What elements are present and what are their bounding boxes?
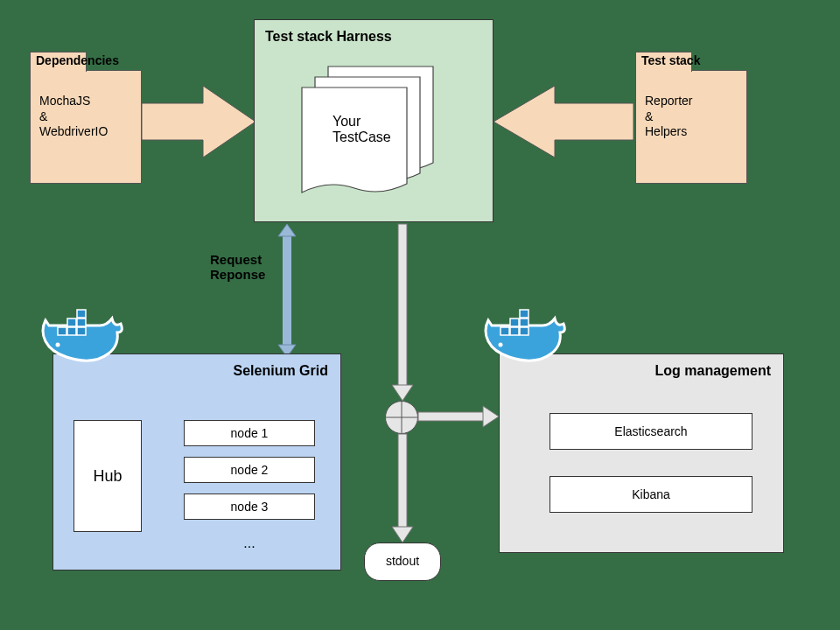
- svg-marker-8: [392, 527, 413, 542]
- stdout-label: stdout: [386, 554, 419, 568]
- svg-rect-15: [77, 318, 86, 326]
- dependencies-amp: &: [39, 109, 132, 125]
- svg-rect-20: [520, 327, 528, 335]
- dependencies-line1: MochaJS: [39, 94, 132, 109]
- svg-marker-1: [494, 86, 634, 158]
- svg-rect-13: [77, 327, 86, 335]
- selenium-nodes-more: ...: [184, 536, 315, 551]
- request-response-label: Request Reponse: [210, 252, 265, 282]
- kibana-label: Kibana: [632, 487, 670, 501]
- arrow-dependencies-to-harness: [142, 86, 256, 158]
- dependencies-box: Dependencies MochaJS & WebdriverIO: [30, 70, 142, 184]
- arrow-merge-to-stdout: [392, 434, 413, 542]
- testcase-line2: TestCase: [332, 130, 391, 145]
- svg-rect-12: [67, 327, 76, 335]
- docker-icon: [40, 315, 121, 371]
- teststack-box: Test stack Reporter & Helpers: [635, 70, 747, 184]
- svg-marker-6: [392, 385, 413, 401]
- svg-marker-3: [278, 224, 296, 236]
- teststack-title: Test stack: [641, 53, 700, 67]
- dependencies-line2: WebdriverIO: [39, 124, 132, 140]
- svg-marker-0: [142, 86, 256, 158]
- selenium-node-2-label: node 2: [231, 463, 269, 477]
- elasticsearch-label: Elasticsearch: [614, 424, 687, 438]
- diagram-stage: Dependencies MochaJS & WebdriverIO Test …: [0, 0, 840, 630]
- selenium-node-3-label: node 3: [231, 500, 269, 514]
- selenium-node-1: node 1: [184, 420, 315, 446]
- svg-rect-5: [398, 224, 407, 387]
- rr-line2: Reponse: [210, 267, 265, 282]
- arrow-teststack-to-harness: [494, 86, 634, 158]
- teststack-line1: Reporter: [645, 94, 738, 109]
- harness-title: Test stack Harness: [265, 29, 482, 45]
- kibana-box: Kibana: [550, 476, 752, 513]
- svg-point-24: [499, 343, 503, 347]
- testcase-label: Your TestCase: [332, 114, 391, 145]
- dependencies-title: Dependencies: [36, 53, 119, 67]
- docker-icon: [483, 315, 564, 371]
- testcase-line1: Your: [332, 114, 391, 130]
- svg-rect-16: [77, 310, 86, 318]
- svg-rect-11: [58, 327, 66, 335]
- svg-rect-22: [520, 318, 528, 326]
- selenium-hub-box: Hub: [74, 420, 142, 532]
- svg-rect-18: [500, 327, 509, 335]
- selenium-node-2: node 2: [184, 457, 315, 483]
- svg-rect-9: [418, 412, 485, 421]
- svg-rect-21: [510, 318, 519, 326]
- stdout-box: stdout: [364, 542, 441, 581]
- arrow-request-response: [276, 224, 298, 357]
- svg-point-17: [56, 343, 60, 347]
- svg-rect-23: [520, 310, 528, 318]
- selenium-node-3: node 3: [184, 494, 315, 520]
- merge-junction-icon: [385, 401, 418, 434]
- arrow-merge-to-log: [418, 406, 499, 427]
- selenium-node-1-label: node 1: [231, 426, 269, 440]
- svg-rect-7: [398, 434, 407, 528]
- arrow-harness-to-merge: [392, 224, 413, 401]
- svg-rect-14: [67, 318, 76, 326]
- elasticsearch-box: Elasticsearch: [550, 413, 752, 450]
- svg-rect-19: [510, 327, 519, 335]
- svg-marker-10: [483, 406, 499, 427]
- teststack-amp: &: [645, 109, 738, 125]
- rr-line1: Request: [210, 252, 265, 267]
- selenium-hub-label: Hub: [93, 467, 122, 486]
- log-management-box: Log management: [499, 354, 784, 553]
- teststack-line2: Helpers: [645, 124, 738, 140]
